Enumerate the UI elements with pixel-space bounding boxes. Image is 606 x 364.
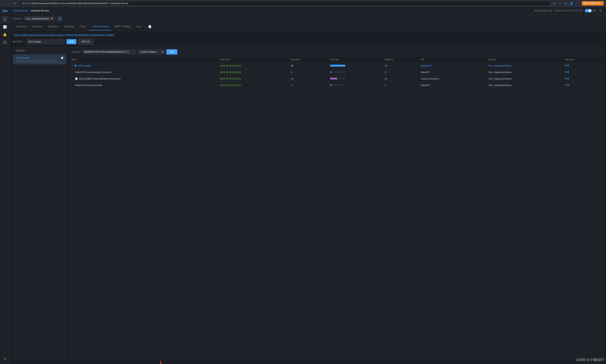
span-name: HikariCP/Connection/getConnection bbox=[75, 71, 112, 74]
col-api: API bbox=[418, 57, 486, 63]
api-cell: mysql-connector-j... bbox=[418, 76, 486, 82]
exec-pct-cell bbox=[328, 69, 382, 76]
self-ms-cell: 2 bbox=[382, 69, 418, 76]
sidebar-icon-settings[interactable]: ⚙ bbox=[1, 355, 8, 362]
operation-cell: 查看 bbox=[563, 82, 603, 89]
view-link[interactable]: 查看 bbox=[565, 84, 569, 86]
task-start: 2024-05-26 14:53:00 bbox=[16, 60, 35, 62]
search-label: 端点名称： bbox=[13, 40, 25, 43]
url-bar[interactable] bbox=[19, 1, 550, 6]
task-item-content: GET:/cli/add 2024-05-26 14:53:00 2024-05… bbox=[16, 56, 56, 62]
view-link[interactable]: 查看 bbox=[565, 71, 569, 73]
sidebar-icon-alert[interactable]: 🔔 bbox=[1, 31, 8, 38]
exec-bar-fill bbox=[330, 65, 345, 66]
toggle-label: ON bbox=[593, 9, 596, 12]
translate-icon[interactable]: ⊞ bbox=[552, 1, 556, 5]
header: General-Root › General-Service 2024-05-2… bbox=[10, 7, 606, 14]
sidebar-icon-widgets[interactable]: ⬛ bbox=[1, 39, 8, 46]
time-value: 2024-05-26 14:53:34 bbox=[220, 84, 241, 87]
header-right: 2024-05-26 14:35 ~ 2024-05-26 15:05 UTC+… bbox=[534, 8, 603, 13]
service-select[interactable]: Your_ApplicationName ▼ bbox=[24, 16, 55, 21]
include-children-select[interactable]: Include Children bbox=[138, 49, 164, 54]
operation-cell: 查看 bbox=[563, 63, 603, 69]
time-value: 2024-05-26 14:53:34 bbox=[220, 65, 241, 67]
exec-ms-cell: 30 bbox=[288, 63, 328, 69]
tab-log[interactable]: Log bbox=[133, 23, 144, 30]
refresh-icon[interactable]: ↻ bbox=[598, 8, 603, 13]
service-bar: $Service Your_ApplicationName ▼ 👤 bbox=[10, 14, 606, 23]
red-arrow bbox=[158, 361, 163, 364]
browser-bar: ‹ › ↻ ⊞ ☆ ⧉ 👤 ⋯ 重新启动即可更新 › bbox=[0, 0, 606, 7]
api-link[interactable]: SpringMVC bbox=[421, 65, 432, 67]
service-label: $Service bbox=[13, 17, 22, 20]
arrow-container bbox=[13, 361, 603, 364]
api-cell: SpringMVC bbox=[418, 63, 486, 69]
search-input[interactable] bbox=[26, 39, 65, 44]
exec-bar bbox=[330, 84, 345, 86]
exec-ms-cell: 2 bbox=[288, 69, 328, 76]
view-link[interactable]: 查看 bbox=[565, 77, 569, 80]
sidebar-icon-chart[interactable]: 📊 bbox=[1, 24, 8, 30]
nav-forward-btn[interactable]: › bbox=[7, 1, 11, 6]
col-exec-ms: Exec(ms) bbox=[288, 57, 328, 63]
tab-instance[interactable]: Instance bbox=[29, 23, 45, 30]
table-row: HikariCP/Connection/getConnection 2024-0… bbox=[69, 69, 603, 76]
nav-reload-btn[interactable]: ↻ bbox=[13, 1, 18, 6]
tab-doc[interactable]: 📄 bbox=[145, 23, 154, 30]
trace-table: Span ↔ Start Time Exec(ms) Exec(%) Self(… bbox=[69, 57, 603, 359]
span-type-icon: 📄 bbox=[75, 78, 78, 80]
info-banner[interactable]: Trace Profiling supported services writt… bbox=[13, 34, 603, 36]
col-service: Service bbox=[486, 57, 563, 63]
restart-btn[interactable]: 重新启动即可更新 › bbox=[582, 1, 604, 6]
service-cell: Your_ApplicationName bbox=[486, 76, 563, 82]
table-row: ▼ 🔷 GET:/cli/add 2024-05-26 14:53:34 30 bbox=[69, 63, 603, 69]
extensions-icon[interactable]: ⧉ bbox=[564, 1, 567, 5]
span-type-icon: 🔷 bbox=[74, 65, 77, 67]
start-time-cell: 2024-05-26 14:53:34 bbox=[217, 76, 289, 82]
service-cell: Your_ApplicationName bbox=[486, 63, 563, 69]
tab-trace-profiling[interactable]: Trace Profiling bbox=[89, 23, 111, 30]
exec-bar-fill bbox=[330, 71, 331, 73]
breadcrumb-root[interactable]: General-Root bbox=[13, 9, 28, 12]
span-cell: HikariCP/Connection/close bbox=[69, 82, 217, 89]
exec-pct-cell bbox=[328, 82, 382, 89]
time-value: 2024-05-26 14:53:34 bbox=[220, 78, 241, 80]
service-link[interactable]: Your_ApplicationName bbox=[488, 65, 512, 67]
span-name[interactable]: GET:/cli/add bbox=[78, 65, 91, 67]
tab-topology[interactable]: Topology bbox=[61, 23, 77, 30]
sidebar: Sw ⊞ 📊 🔔 ⬛ ⚙ bbox=[0, 7, 10, 364]
span-name: Mysql/JDBC/PreparedStatement/execute bbox=[79, 78, 121, 80]
self-ms-cell: 14 bbox=[382, 76, 418, 82]
task-item[interactable]: GET:/cli/add 2024-05-26 14:53:00 2024-05… bbox=[13, 54, 66, 65]
search-btn[interactable]: 搜索 bbox=[67, 39, 76, 44]
user-icon-btn[interactable]: 👤 bbox=[57, 16, 62, 21]
task-item-icon: 📋 bbox=[61, 56, 64, 59]
span-chevron[interactable]: ▼ bbox=[71, 65, 73, 67]
tab-endpoint[interactable]: Endpoint bbox=[45, 23, 61, 30]
sidebar-icon-home[interactable]: ⊞ bbox=[1, 16, 8, 23]
nav-tabs: Overview Instance Endpoint Topology Trac… bbox=[10, 23, 606, 30]
browser-actions: ⊞ ☆ ⧉ 👤 ⋯ 重新启动即可更新 › bbox=[552, 1, 604, 6]
task-panel-header: 任务列表 bbox=[13, 47, 66, 54]
theme-toggle[interactable]: ON bbox=[585, 9, 596, 13]
col-operation: Operation bbox=[563, 57, 603, 63]
exec-pct-cell bbox=[328, 76, 382, 82]
toggle-track[interactable] bbox=[585, 9, 592, 13]
analyze-btn[interactable]: 分析 bbox=[166, 49, 177, 54]
datetime-display: 2024-05-26 14:35 ~ 2024-05-26 15:05 UTC+… bbox=[534, 9, 582, 12]
trace-toolbar: Trace ID Include Children 分析 bbox=[69, 47, 603, 57]
start-time-cell: 2024-05-26 14:53:34 bbox=[217, 69, 289, 76]
trace-id-input[interactable] bbox=[82, 50, 136, 54]
new-task-btn[interactable]: 新建任务 bbox=[78, 39, 93, 44]
tab-trace[interactable]: Trace bbox=[77, 23, 89, 30]
star-icon[interactable]: ☆ bbox=[558, 1, 562, 5]
view-link[interactable]: 查看 bbox=[565, 64, 569, 67]
main: General-Root › General-Service 2024-05-2… bbox=[10, 7, 606, 364]
tab-ebpf-profiling[interactable]: eBPF Profiling bbox=[111, 23, 133, 30]
profile-icon[interactable]: 👤 bbox=[569, 1, 574, 5]
nav-back-btn[interactable]: ‹ bbox=[2, 1, 6, 6]
settings-icon[interactable]: ⋯ bbox=[576, 1, 580, 5]
tab-overview[interactable]: Overview bbox=[13, 23, 29, 30]
table-row: HikariCP/Connection/close 2024-05-26 14:… bbox=[69, 82, 603, 89]
table-row: 📄 Mysql/JDBC/PreparedStatement/execute 2… bbox=[69, 76, 603, 82]
